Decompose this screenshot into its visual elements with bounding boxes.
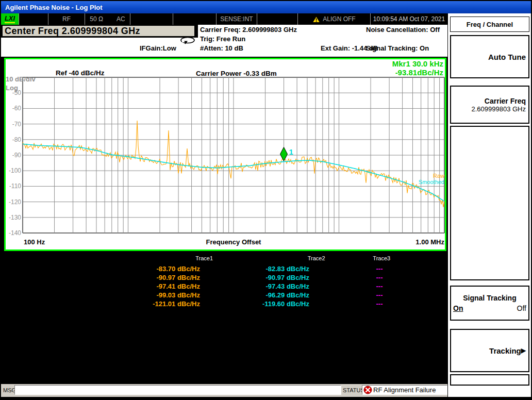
status-label: STATUS [343, 387, 364, 393]
status-cell-empty-1 [19, 13, 48, 25]
softkey-blank-button[interactable] [450, 126, 529, 280]
ref-level-label: Ref -40 dBc/Hz [56, 69, 105, 77]
message-field [14, 385, 341, 395]
smoothed-trace-label: Smoothed [419, 179, 444, 185]
y-tick-label: -80 [12, 136, 22, 143]
table-row: 1.00 MHz -121.01 dBc/Hz -119.60 dBc/Hz -… [4, 299, 437, 308]
table-row: 10.0 kHz -97.41 dBc/Hz -97.43 dBc/Hz --- [4, 282, 437, 291]
x-axis-end-label: 1.00 MHz [415, 238, 444, 246]
status-cell-datetime: 10:09:54 AM Oct 07, 2021 [371, 13, 447, 25]
status-message: RF Alignment Failure [372, 386, 436, 394]
status-cell-empty-3 [173, 13, 217, 25]
x-axis-start-label: 100 Hz [24, 238, 45, 246]
col-header-freq-offset: Freq Offset [4, 255, 102, 262]
coupling-value: AC [117, 15, 125, 23]
tracking-menu-button[interactable]: Tracking▶ [450, 329, 529, 372]
col-header-trace3: Trace3 [326, 255, 437, 262]
y-tick-label: -60 [12, 105, 22, 112]
center-freq-display[interactable]: Center Freq 2.609999804 GHz [2, 25, 195, 37]
signal-tracking-button[interactable]: Signal Tracking On Off [450, 286, 529, 321]
status-cell-sense: SENSE:INT [217, 13, 257, 25]
y-tick-label: -110 [9, 182, 21, 190]
carrier-freq-button-label: Carrier Freq [485, 97, 526, 105]
softkey-panel: Freq / Channel Auto Tune Carrier Freq 2.… [447, 13, 531, 397]
signal-tracking-readout: Signal Tracking: On [366, 44, 429, 52]
y-tick-label: -140 [9, 229, 21, 237]
title-bar: Agilent Phase Noise - Log Plot [1, 1, 531, 13]
carrier-freq-button[interactable]: Carrier Freq 2.609999803 GHz [450, 86, 529, 124]
y-tick-label: -130 [9, 214, 21, 221]
phase-noise-plot[interactable]: -50-60-70-80-90-100-110-120-130-140110 d… [4, 58, 446, 251]
table-row: 100 kHz -99.03 dBc/Hz -96.29 dBc/Hz --- [4, 291, 437, 299]
signal-tracking-button-label: Signal Tracking [453, 294, 527, 302]
softkey-blank-button-2[interactable] [450, 374, 529, 386]
x-axis-title: Frequency Offset [206, 238, 262, 246]
table-row: 100 Hz -83.70 dBc/Hz -82.83 dBc/Hz --- [4, 264, 437, 273]
signal-tracking-on-option[interactable]: On [453, 304, 463, 312]
marker-1-diamond[interactable] [280, 147, 288, 161]
marker-readout-freq: Mkr1 30.0 kHz [392, 59, 443, 68]
status-cell-rf: RF [48, 13, 85, 25]
decade-table-header: Freq Offset Trace1 Trace2 Trace3 [4, 255, 437, 262]
carrier-power-label: Carrier Power -0.33 dBm [196, 70, 277, 77]
signal-tracking-off-option[interactable]: Off [517, 304, 526, 312]
impedance-value: 50 Ω [90, 15, 103, 23]
y-tick-label: -100 [9, 167, 21, 174]
col-header-trace2: Trace2 [214, 255, 325, 262]
submenu-arrow-icon: ▶ [521, 347, 526, 354]
status-cell-impedance: 50 Ω AC [85, 13, 130, 25]
atten-readout: #Atten: 10 dB [200, 44, 243, 52]
y-tick-label: -120 [9, 198, 21, 206]
y-tick-label: -90 [12, 152, 22, 159]
status-cell-align: ALIGN OFF [298, 13, 371, 25]
y-tick-label: -70 [12, 121, 22, 128]
raw-trace-label: Raw [433, 173, 444, 179]
warning-icon [312, 16, 320, 23]
scale-per-div-label: 10 dB/div [6, 75, 36, 83]
if-gain-readout: IFGain:Low [140, 44, 176, 52]
instrument-screen: Agilent Phase Noise - Log Plot LXI RF 50… [0, 0, 532, 400]
bottom-bar: MSG STATUS RF Alignment Failure [1, 384, 447, 397]
continuous-sweep-icon [180, 37, 195, 46]
status-cell-empty-4 [257, 13, 298, 25]
marker-readout-value: -93.81dBc/Hz [395, 68, 443, 77]
decade-table: Freq Offset Trace1 Trace2 Trace3 100 Hz … [4, 255, 437, 308]
panel-header-freq-channel: Freq / Channel [450, 16, 529, 32]
table-row: 1.00 kHz -90.97 dBc/Hz -90.97 dBc/Hz --- [4, 273, 437, 282]
plot-svg: -50-60-70-80-90-100-110-120-130-140110 d… [6, 59, 445, 249]
col-header-trace1: Trace1 [103, 255, 213, 262]
scale-type-label: Log [6, 84, 18, 92]
trigger-readout: Trig: Free Run [200, 35, 245, 43]
window-title: Agilent Phase Noise - Log Plot [5, 4, 103, 11]
marker-1-id-label: 1 [289, 147, 293, 156]
carrier-freq-readout: Carrier Freq: 2.609999803 GHz [200, 26, 297, 34]
status-cell-empty-2 [130, 13, 173, 25]
error-icon [363, 386, 372, 394]
carrier-freq-button-value: 2.609999803 GHz [471, 105, 526, 113]
status-strip: LXI RF 50 Ω AC SENSE:INT ALIGN OFF 10:09… [1, 13, 447, 25]
lxi-badge: LXI [1, 13, 19, 25]
auto-tune-button[interactable]: Auto Tune [450, 35, 529, 78]
noise-cancellation-readout: Noise Cancellation: Off [366, 26, 440, 34]
status-field: RF Alignment Failure [362, 385, 447, 395]
